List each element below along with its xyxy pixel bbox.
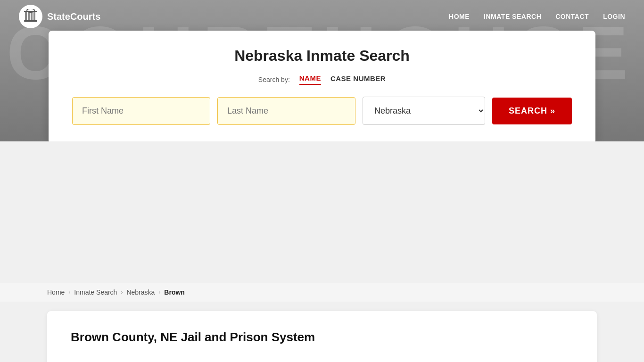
search-card: Nebraska Inmate Search Search by: NAME C… (49, 31, 595, 141)
svg-rect-3 (33, 12, 35, 21)
tab-case-number[interactable]: CASE NUMBER (330, 74, 386, 84)
first-name-input[interactable] (72, 97, 210, 125)
chevron-icon-2: › (121, 289, 123, 296)
breadcrumb-current: Brown (164, 288, 185, 296)
svg-rect-1 (28, 12, 30, 21)
logo-text: StateCourts (47, 11, 100, 22)
logo-link[interactable]: StateCourts (19, 5, 100, 28)
navigation: StateCourts HOME INMATE SEARCH CONTACT L… (0, 0, 644, 33)
svg-rect-0 (25, 12, 27, 21)
nav-contact[interactable]: CONTACT (555, 13, 589, 20)
state-select[interactable]: Nebraska Alabama Alaska Arizona Californ… (363, 97, 485, 125)
search-button[interactable]: SEARCH » (492, 98, 572, 124)
content-area: Home › Inmate Search › Nebraska › Brown … (0, 283, 644, 362)
search-by-label: Search by: (258, 76, 290, 83)
hero-section: COURTHOUSE StateCourts HOME INMATE SEARC… (0, 0, 644, 141)
nav-home[interactable]: HOME (449, 13, 470, 20)
breadcrumb-inmate-search[interactable]: Inmate Search (74, 288, 117, 296)
main-card-title: Brown County, NE Jail and Prison System (71, 330, 573, 345)
breadcrumb: Home › Inmate Search › Nebraska › Brown (0, 283, 644, 302)
columns-icon (23, 9, 38, 24)
logo-icon (19, 5, 42, 28)
nav-login[interactable]: LOGIN (603, 13, 625, 20)
search-by-row: Search by: NAME CASE NUMBER (72, 74, 572, 85)
svg-rect-2 (31, 12, 33, 21)
main-card: Brown County, NE Jail and Prison System (47, 311, 597, 362)
breadcrumb-state[interactable]: Nebraska (126, 288, 155, 296)
nav-inmate-search[interactable]: INMATE SEARCH (484, 13, 541, 20)
nav-links: HOME INMATE SEARCH CONTACT LOGIN (449, 12, 625, 21)
search-card-title: Nebraska Inmate Search (72, 47, 572, 65)
search-fields: Nebraska Alabama Alaska Arizona Californ… (72, 97, 572, 125)
chevron-icon-3: › (158, 289, 160, 296)
last-name-input[interactable] (217, 97, 355, 125)
chevron-icon-1: › (68, 289, 70, 296)
breadcrumb-home[interactable]: Home (47, 288, 65, 296)
tab-name[interactable]: NAME (299, 74, 321, 85)
svg-rect-6 (24, 20, 37, 22)
